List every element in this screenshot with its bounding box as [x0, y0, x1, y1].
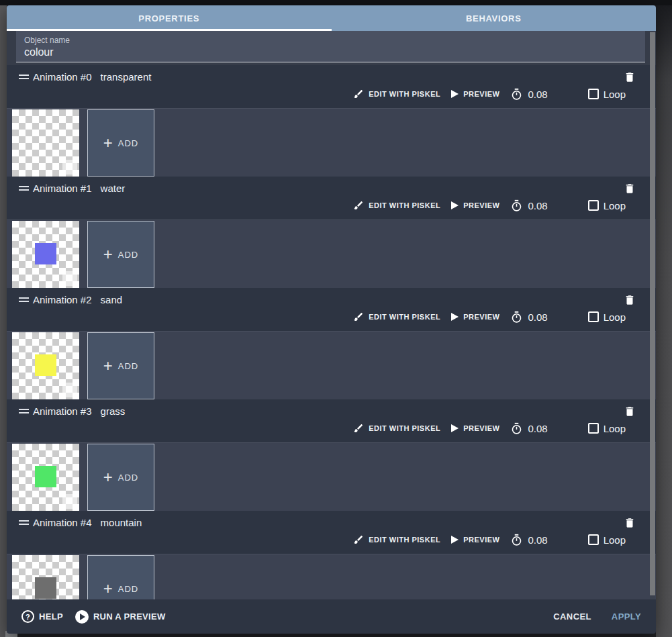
- loop-label: Loop: [604, 200, 626, 211]
- animation-header: Animation #4 mountain EDIT WITH PISKEL: [7, 511, 656, 554]
- preview-button[interactable]: PREVIEW: [451, 313, 499, 321]
- loop-toggle[interactable]: Loop: [588, 311, 626, 323]
- animation-block-1: Animation #1 water EDIT WITH PISKEL: [7, 177, 656, 288]
- brush-icon: [353, 311, 364, 322]
- preview-label: PREVIEW: [463, 90, 499, 98]
- preview-button[interactable]: PREVIEW: [451, 424, 499, 432]
- animation-title-row: Animation #0 transparent: [7, 65, 656, 83]
- object-name-label: Object name: [24, 36, 637, 45]
- add-frame-button[interactable]: + ADD: [87, 444, 154, 511]
- loop-toggle[interactable]: Loop: [588, 423, 626, 434]
- edit-with-piskel-label: EDIT WITH PISKEL: [369, 536, 440, 544]
- help-button[interactable]: ? HELP: [21, 610, 63, 623]
- drag-handle-icon[interactable]: [19, 297, 29, 302]
- time-between-frames-value: 0.08: [528, 200, 547, 211]
- tab-properties[interactable]: PROPERTIES: [7, 5, 332, 31]
- frame-thumbnail[interactable]: [12, 221, 79, 288]
- animation-header: Animation #1 water EDIT WITH PISKEL: [7, 177, 656, 219]
- edit-with-piskel-button[interactable]: EDIT WITH PISKEL: [353, 200, 440, 211]
- plus-icon: +: [103, 469, 113, 485]
- preview-button[interactable]: PREVIEW: [451, 90, 499, 98]
- drag-handle-icon[interactable]: [19, 186, 29, 191]
- object-name-input[interactable]: Object name colour: [16, 31, 645, 62]
- edit-with-piskel-button[interactable]: EDIT WITH PISKEL: [353, 423, 440, 434]
- delete-animation-button[interactable]: [622, 404, 637, 419]
- tab-behaviors[interactable]: BEHAVIORS: [332, 5, 657, 31]
- animation-name[interactable]: water: [101, 183, 126, 194]
- scrollbar-thumb[interactable]: [650, 32, 655, 595]
- delete-animation-button[interactable]: [622, 70, 637, 85]
- animation-header: Animation #2 sand EDIT WITH PISKEL: [7, 288, 656, 331]
- frame-thumbnail[interactable]: [12, 109, 79, 177]
- frame-color-swatch: [35, 577, 56, 599]
- add-frame-label: ADD: [118, 361, 138, 371]
- animation-name[interactable]: grass: [101, 405, 126, 417]
- preview-label: PREVIEW: [463, 313, 499, 321]
- loop-label: Loop: [604, 423, 626, 434]
- object-name-value: colour: [24, 46, 637, 58]
- edit-with-piskel-button[interactable]: EDIT WITH PISKEL: [353, 89, 440, 99]
- frame-thumbnail[interactable]: [12, 444, 79, 511]
- trash-icon: [624, 71, 636, 83]
- add-frame-button[interactable]: + ADD: [87, 332, 154, 399]
- help-label: HELP: [39, 611, 63, 622]
- play-icon: [451, 90, 459, 98]
- loop-toggle[interactable]: Loop: [588, 534, 626, 546]
- animation-name[interactable]: sand: [101, 294, 123, 305]
- time-between-frames-value: 0.08: [528, 89, 547, 100]
- add-frame-label: ADD: [118, 584, 138, 594]
- animation-frames-strip: + ADD: [7, 554, 656, 599]
- frame-color-swatch: [35, 132, 56, 153]
- plus-icon: +: [103, 246, 113, 262]
- animation-name[interactable]: mountain: [101, 517, 142, 528]
- object-properties-dialog: PROPERTIES BEHAVIORS Object name colour …: [7, 5, 656, 634]
- time-between-frames-field[interactable]: 0.08: [510, 311, 547, 324]
- time-between-frames-field[interactable]: 0.08: [510, 422, 547, 435]
- time-between-frames-field[interactable]: 0.08: [510, 199, 547, 212]
- frame-thumbnail[interactable]: [12, 555, 79, 599]
- edit-with-piskel-button[interactable]: EDIT WITH PISKEL: [353, 311, 440, 322]
- loop-checkbox[interactable]: [588, 311, 599, 322]
- loop-checkbox[interactable]: [588, 423, 599, 434]
- add-frame-button[interactable]: + ADD: [87, 109, 154, 177]
- time-between-frames-field[interactable]: 0.08: [510, 534, 547, 546]
- edit-with-piskel-button[interactable]: EDIT WITH PISKEL: [353, 534, 440, 545]
- drag-handle-icon[interactable]: [19, 409, 29, 413]
- add-frame-button[interactable]: + ADD: [87, 221, 154, 288]
- cancel-button[interactable]: CANCEL: [553, 611, 591, 622]
- loop-label: Loop: [604, 311, 626, 323]
- apply-button[interactable]: APPLY: [612, 611, 641, 622]
- delete-animation-button[interactable]: [622, 181, 637, 196]
- loop-checkbox[interactable]: [588, 534, 599, 545]
- animation-name[interactable]: transparent: [101, 71, 152, 83]
- frame-color-swatch: [35, 354, 56, 376]
- brush-icon: [353, 534, 364, 545]
- delete-animation-button[interactable]: [622, 516, 637, 530]
- animation-index-label: Animation #2: [33, 294, 92, 305]
- stopwatch-icon: [510, 422, 523, 435]
- loop-checkbox[interactable]: [588, 89, 599, 99]
- trash-icon: [624, 294, 636, 306]
- animation-controls: EDIT WITH PISKEL PREVIEW 0.08 Loop: [7, 85, 656, 103]
- add-frame-button[interactable]: + ADD: [87, 555, 154, 599]
- animation-controls: EDIT WITH PISKEL PREVIEW 0.08 Loop: [7, 197, 656, 214]
- frame-color-swatch: [35, 466, 56, 487]
- loop-toggle[interactable]: Loop: [588, 89, 626, 100]
- loop-toggle[interactable]: Loop: [588, 200, 626, 211]
- preview-button[interactable]: PREVIEW: [451, 536, 499, 544]
- animation-index-label: Animation #0: [33, 71, 92, 83]
- delete-animation-button[interactable]: [622, 293, 637, 307]
- loop-checkbox[interactable]: [588, 200, 599, 211]
- play-icon: [451, 201, 459, 209]
- frame-color-swatch: [35, 243, 56, 264]
- run-preview-button[interactable]: RUN A PREVIEW: [75, 610, 166, 624]
- animation-index-label: Animation #4: [33, 517, 92, 528]
- dialog-scrollbar[interactable]: [650, 31, 655, 599]
- preview-button[interactable]: PREVIEW: [451, 201, 499, 209]
- animation-title-row: Animation #4 mountain: [7, 511, 656, 528]
- drag-handle-icon[interactable]: [19, 520, 29, 525]
- stopwatch-icon: [510, 88, 523, 101]
- drag-handle-icon[interactable]: [19, 75, 29, 79]
- frame-thumbnail[interactable]: [12, 332, 79, 399]
- time-between-frames-field[interactable]: 0.08: [510, 88, 547, 101]
